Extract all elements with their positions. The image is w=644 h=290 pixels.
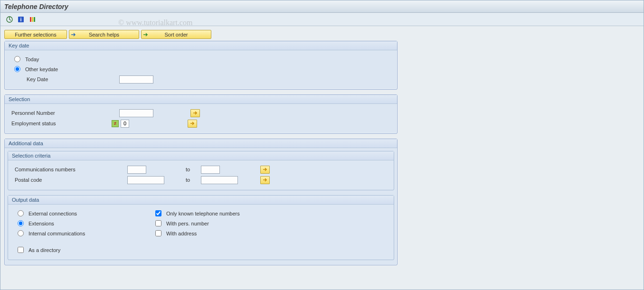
label-only-known: Only known telephone numbers: [166, 211, 240, 216]
search-helps-label: Search helps: [89, 32, 119, 37]
radio-internal[interactable]: [18, 230, 24, 236]
radio-extensions[interactable]: [18, 220, 24, 226]
info-icon[interactable]: i: [17, 15, 25, 24]
label-postal: Postal code: [14, 177, 125, 183]
radio-other-label: Other keydate: [25, 66, 58, 72]
execute-icon[interactable]: [5, 15, 14, 24]
panel-keydate-title: Key date: [5, 41, 397, 50]
keydate-label: Key Date: [10, 76, 117, 82]
input-employment-status[interactable]: [121, 120, 129, 128]
body: Further selections Search helps Sort ord…: [0, 26, 644, 274]
label-external: External connections: [28, 211, 77, 216]
radio-today-row: Today: [10, 54, 391, 64]
further-selections-button[interactable]: Further selections: [4, 30, 67, 39]
chk-with-pers[interactable]: [155, 220, 161, 226]
label-extensions: Extensions: [28, 221, 54, 226]
keydate-field-row: Key Date: [10, 74, 391, 84]
input-comm-to[interactable]: [201, 166, 220, 174]
input-postal-from[interactable]: [127, 176, 164, 184]
label-comm-numbers: Communications numbers: [14, 167, 125, 172]
arrow-right-green-icon: [143, 32, 148, 37]
page-title: Telephone Directory: [4, 3, 68, 10]
to-label-1: to: [186, 167, 199, 172]
search-helps-button[interactable]: Search helps: [69, 30, 139, 39]
multi-select-personnel[interactable]: [190, 109, 200, 117]
svg-rect-5: [34, 17, 35, 22]
input-comm-from[interactable]: [127, 166, 146, 174]
row-employment-status: Employment status ≠: [10, 118, 391, 129]
radio-other-keydate[interactable]: [14, 66, 20, 72]
label-internal: Internal communications: [28, 231, 85, 236]
label-with-address: With address: [166, 231, 197, 236]
row-postal: Postal code to: [14, 175, 388, 185]
panel-output-title: Output data: [8, 196, 394, 205]
sort-order-button[interactable]: Sort order: [141, 30, 211, 39]
multi-select-postal[interactable]: [260, 176, 270, 184]
app-toolbar: i: [0, 13, 644, 26]
multi-select-employment[interactable]: [188, 120, 197, 128]
radio-today[interactable]: [14, 56, 20, 62]
chk-with-address[interactable]: [155, 230, 161, 236]
row-comm-numbers: Communications numbers to: [14, 164, 388, 175]
further-selections-label: Further selections: [15, 32, 56, 37]
sort-order-label: Sort order: [165, 32, 188, 37]
input-postal-to[interactable]: [201, 176, 238, 184]
output-columns: External connections Extensions Internal…: [14, 208, 388, 238]
panel-output-data: Output data External connections Extensi…: [8, 195, 394, 260]
radio-other-row: Other keydate: [10, 64, 391, 74]
title-bar: Telephone Directory: [0, 0, 644, 13]
not-equal-icon[interactable]: ≠: [112, 120, 119, 127]
row-personnel: Personnel Number: [10, 108, 391, 118]
label-as-directory: As a directory: [28, 247, 60, 253]
label-with-pers: With pers. number: [166, 221, 209, 226]
svg-text:i: i: [20, 17, 21, 22]
sap-screen: Telephone Directory i © www.tutorialkart…: [0, 0, 644, 290]
panel-keydate: Key date Today Other keydate Key Date: [4, 41, 398, 90]
selection-buttons: Further selections Search helps Sort ord…: [4, 30, 640, 39]
radio-today-label: Today: [25, 56, 39, 62]
panel-selection-criteria: Selection criteria Communications number…: [8, 151, 394, 190]
variant-icon[interactable]: [28, 15, 37, 24]
panel-additional: Additional data Selection criteria Commu…: [4, 139, 398, 265]
label-personnel-number: Personnel Number: [10, 110, 117, 116]
panel-selection-title: Selection: [5, 95, 397, 104]
keydate-input[interactable]: [119, 75, 153, 84]
input-personnel-number[interactable]: [119, 109, 153, 117]
panel-selcrit-title: Selection criteria: [8, 151, 394, 160]
panel-selection: Selection Personnel Number Employment st…: [4, 94, 398, 134]
radio-external[interactable]: [18, 210, 24, 216]
chk-as-directory[interactable]: [18, 247, 24, 253]
panel-additional-title: Additional data: [5, 139, 397, 148]
label-employment-status: Employment status: [10, 121, 110, 126]
svg-rect-4: [32, 17, 33, 22]
to-label-2: to: [186, 177, 199, 183]
multi-select-comm[interactable]: [260, 166, 270, 174]
chk-only-known[interactable]: [155, 210, 161, 216]
svg-rect-3: [30, 17, 31, 22]
arrow-right-icon: [71, 32, 76, 37]
